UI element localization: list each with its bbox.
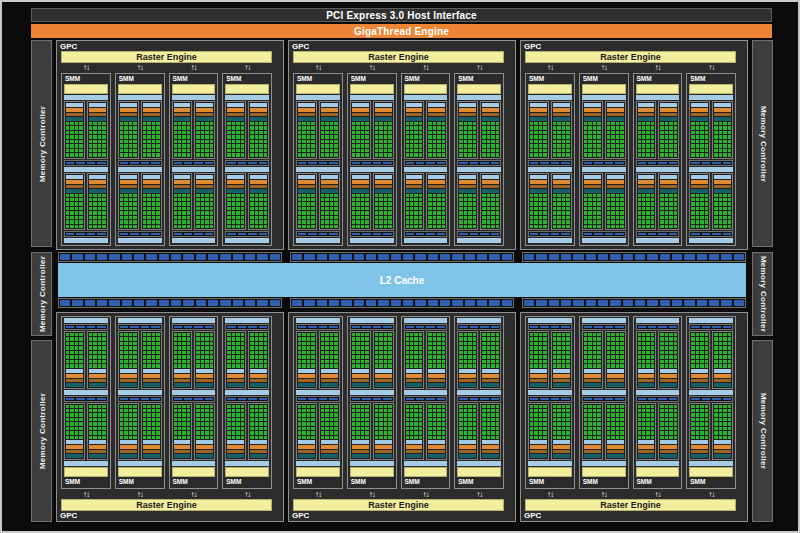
cuda-core-cell xyxy=(553,346,556,349)
instruction-buffer-bar xyxy=(250,175,267,179)
cuda-core-cell xyxy=(375,140,378,143)
cuda-core-cell xyxy=(379,431,382,434)
cuda-core-cell xyxy=(334,427,337,430)
crossbar-chip xyxy=(647,300,657,306)
cuda-core-cell xyxy=(607,337,610,340)
cuda-core-cell xyxy=(93,135,96,138)
register-file-bar xyxy=(459,454,476,458)
cuda-core-cell xyxy=(584,194,587,197)
cuda-core-cell xyxy=(361,202,364,205)
cuda-core-cell xyxy=(352,346,355,349)
smm-processing-block xyxy=(480,101,501,159)
cuda-core-cell xyxy=(174,342,177,345)
cuda-core-cell xyxy=(361,405,364,408)
smm-label: SMM xyxy=(64,478,108,486)
cuda-core-cell xyxy=(566,351,569,354)
cuda-core-cell xyxy=(334,225,337,228)
cuda-core-cell xyxy=(133,225,136,228)
cuda-core-cell xyxy=(562,207,565,210)
cuda-core-cell xyxy=(156,409,159,412)
instruction-buffer-bar xyxy=(227,103,244,107)
cuda-core-cell xyxy=(611,126,614,129)
gpc-block: GPCRaster Engine↑↓↑↓↑↓↑↓SMMSMMSMMSMM xyxy=(520,312,748,522)
register-file-bar xyxy=(660,117,677,121)
cuda-core-cell xyxy=(79,207,82,210)
cuda-core-cell xyxy=(419,427,422,430)
cuda-core-cell xyxy=(236,346,239,349)
smm-block-pair xyxy=(172,101,216,159)
cuda-core-cell xyxy=(553,198,556,201)
cuda-core-grid xyxy=(714,194,731,229)
cuda-core-cell xyxy=(611,364,614,367)
cuda-core-cell xyxy=(75,135,78,138)
crossbar-chip xyxy=(598,254,608,260)
texture-unit-chip xyxy=(184,162,192,164)
cuda-core-cell xyxy=(375,202,378,205)
warp-scheduler-bar xyxy=(584,108,601,112)
cuda-core-cell xyxy=(379,194,382,197)
dispatch-unit-bar xyxy=(298,450,315,453)
cuda-core-cell xyxy=(147,122,150,125)
cuda-core-cell xyxy=(307,225,310,228)
cuda-core-cell xyxy=(302,153,305,156)
cuda-core-cell xyxy=(665,333,668,336)
cuda-core-cell xyxy=(321,140,324,143)
cuda-core-cell xyxy=(187,337,190,340)
crossbar-chip xyxy=(734,300,744,306)
cuda-core-cell xyxy=(588,342,591,345)
cuda-core-cell xyxy=(152,144,155,147)
cuda-core-cell xyxy=(553,333,556,336)
cuda-core-cell xyxy=(611,122,614,125)
cuda-core-cell xyxy=(232,135,235,138)
cuda-core-cell xyxy=(325,140,328,143)
cuda-core-cell xyxy=(178,153,181,156)
dispatch-unit-bar xyxy=(120,450,137,453)
texture-unit-chip xyxy=(308,162,316,164)
crossbar-chip xyxy=(573,254,583,260)
gpu-block-diagram: PCI Express 3.0 Host Interface GigaThrea… xyxy=(0,0,800,533)
cuda-core-cell xyxy=(442,153,445,156)
cuda-core-cell xyxy=(696,149,699,152)
cuda-core-cell xyxy=(156,202,159,205)
cuda-core-cell xyxy=(129,355,132,358)
cuda-core-cell xyxy=(705,149,708,152)
instruction-buffer-bar xyxy=(321,175,338,179)
cuda-core-cell xyxy=(66,216,69,219)
cuda-core-grid xyxy=(714,333,731,368)
cuda-core-cell xyxy=(473,355,476,358)
cuda-core-cell xyxy=(674,333,677,336)
cuda-core-cell xyxy=(616,194,619,197)
cuda-core-cell xyxy=(597,135,600,138)
cuda-core-cell xyxy=(584,122,587,125)
cuda-core-cell xyxy=(302,333,305,336)
cuda-core-cell xyxy=(365,405,368,408)
cuda-core-cell xyxy=(302,337,305,340)
texture-unit-chip xyxy=(530,326,538,328)
cuda-core-cell xyxy=(428,436,431,439)
cuda-core-cell xyxy=(482,405,485,408)
cuda-core-cell xyxy=(665,216,668,219)
cuda-core-cell xyxy=(311,131,314,134)
cuda-core-cell xyxy=(236,333,239,336)
cuda-core-cell xyxy=(419,405,422,408)
cuda-core-cell xyxy=(553,405,556,408)
cuda-core-cell xyxy=(616,351,619,354)
instruction-cache-bar xyxy=(64,461,108,466)
instruction-buffer-bar xyxy=(66,440,83,444)
cuda-core-grid xyxy=(691,122,708,157)
cuda-core-cell xyxy=(255,131,258,134)
dispatch-unit-bar xyxy=(174,379,191,382)
texture-unit-chip xyxy=(319,233,327,235)
polymorph-engine-bar xyxy=(636,84,680,94)
cuda-core-cell xyxy=(352,153,355,156)
cuda-core-cell xyxy=(642,194,645,197)
dispatch-unit-bar xyxy=(406,113,423,116)
cuda-core-cell xyxy=(321,418,324,421)
cuda-core-cell xyxy=(187,122,190,125)
cuda-core-cell xyxy=(196,144,199,147)
texture-unit-chip xyxy=(259,162,267,164)
cuda-core-cell xyxy=(352,135,355,138)
cuda-core-cell xyxy=(728,149,731,152)
cuda-core-cell xyxy=(79,211,82,214)
cuda-core-cell xyxy=(120,149,123,152)
